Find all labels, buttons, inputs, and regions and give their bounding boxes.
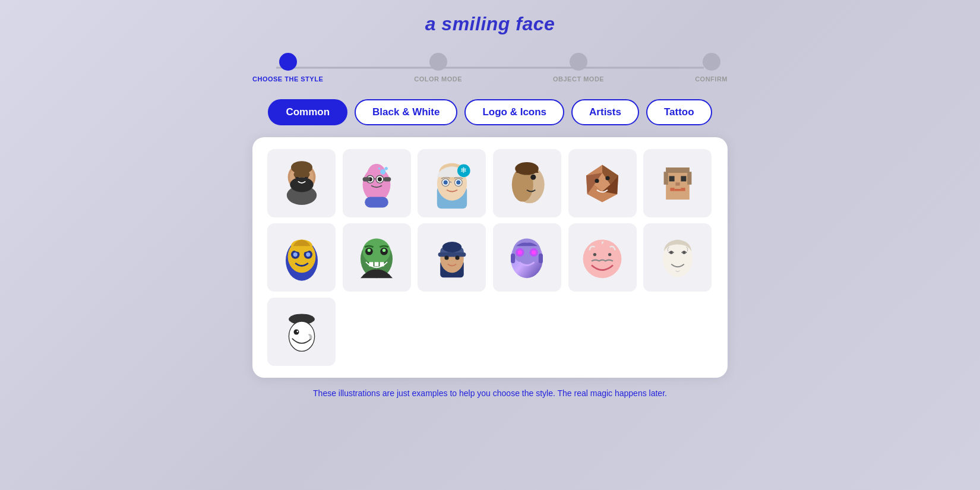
svg-point-25 [443,180,447,184]
svg-rect-42 [681,176,686,181]
step-object-mode: OBJECT MODE [553,53,604,83]
svg-point-39 [595,178,599,182]
svg-point-78 [532,250,536,254]
svg-rect-48 [663,172,668,185]
svg-point-3 [290,177,314,192]
svg-point-87 [682,251,685,254]
step-dot-2 [429,53,447,71]
style-item-2[interactable] [343,149,411,217]
svg-point-54 [293,252,297,257]
svg-rect-17 [363,177,371,181]
svg-rect-46 [681,188,685,191]
step-label-2: COLOR MODE [414,75,462,83]
svg-rect-45 [674,189,681,191]
svg-point-12 [378,167,381,170]
svg-point-10 [380,169,385,174]
svg-rect-69 [438,252,466,257]
svg-text:❄: ❄ [460,166,467,175]
svg-point-86 [669,251,672,254]
style-item-13[interactable] [267,298,336,366]
svg-point-11 [385,167,388,170]
svg-point-55 [306,252,310,257]
svg-point-91 [293,329,299,334]
step-confirm: CONFIRM [695,53,728,83]
svg-rect-49 [687,172,691,185]
svg-point-38 [606,176,610,180]
svg-point-83 [608,252,611,255]
style-item-1[interactable] [267,149,336,217]
step-label-1: CHOOSE THE STYLE [252,75,323,83]
style-grid-container: ❄ [252,137,728,378]
style-item-8[interactable] [343,223,411,292]
step-choose-style: CHOOSE THE STYLE [252,53,323,83]
tabs-container: Common Black & White Logo & Icons Artist… [268,99,712,125]
style-item-4[interactable] [493,149,561,217]
svg-rect-47 [666,167,690,173]
style-item-10[interactable] [493,223,561,292]
style-item-9[interactable] [418,223,486,292]
svg-rect-64 [375,262,379,266]
svg-rect-79 [511,253,515,263]
svg-point-81 [583,239,622,278]
style-item-7[interactable] [267,223,336,292]
svg-rect-65 [380,262,384,266]
style-item-5[interactable] [568,149,637,217]
step-dot-1 [279,53,297,71]
svg-rect-80 [539,253,543,263]
step-label-3: OBJECT MODE [553,75,604,83]
tab-logo-icons[interactable]: Logo & Icons [464,99,564,125]
style-item-12[interactable] [643,223,712,292]
svg-point-92 [296,330,298,332]
svg-point-71 [455,255,459,260]
tab-tattoo[interactable]: Tattoo [646,99,712,125]
svg-rect-18 [384,177,391,181]
svg-rect-41 [669,176,674,181]
style-item-3[interactable]: ❄ [418,149,486,217]
svg-point-26 [456,180,460,184]
svg-point-16 [378,177,382,181]
step-dot-4 [703,53,720,71]
page-title: a smiling face [425,13,555,35]
style-item-6[interactable] [643,149,712,217]
step-dot-3 [570,53,587,71]
svg-point-7 [291,161,312,174]
svg-point-61 [368,248,371,251]
step-label-4: CONFIRM [695,75,728,83]
tab-common[interactable]: Common [268,99,347,125]
svg-point-72 [442,242,461,252]
progress-bar: CHOOSE THE STYLE COLOR MODE OBJECT MODE … [252,53,728,83]
style-item-11[interactable] [568,223,637,292]
footer-disclaimer: These illustrations are just examples to… [313,388,667,398]
svg-point-62 [382,248,385,251]
tab-black-white[interactable]: Black & White [355,99,457,125]
svg-point-70 [444,255,448,260]
svg-point-82 [593,252,596,255]
svg-point-31 [531,174,536,179]
svg-rect-44 [670,188,674,191]
svg-point-77 [518,250,522,254]
svg-rect-19 [365,197,388,207]
svg-rect-43 [675,182,679,185]
svg-rect-63 [369,262,374,266]
image-grid: ❄ [267,149,713,366]
tab-artists[interactable]: Artists [571,99,639,125]
step-color-mode: COLOR MODE [414,53,462,83]
